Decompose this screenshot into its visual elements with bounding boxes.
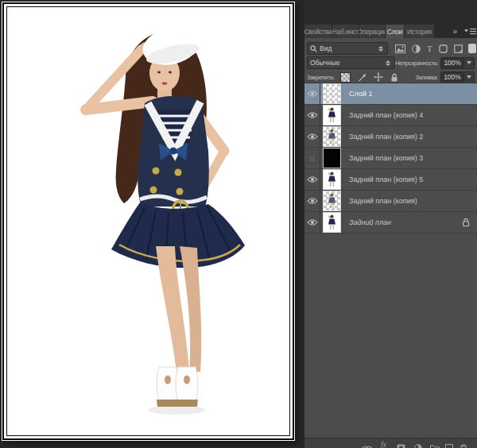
fill-value-field[interactable]: 100%: [440, 71, 464, 83]
canvas-document[interactable]: [2, 2, 295, 441]
blend-row: Обычные Непрозрачность: 100%: [307, 56, 475, 69]
eye-icon: [307, 111, 318, 119]
layer-thumbnail[interactable]: [323, 126, 341, 147]
layer-name: Задний план (копия) 3: [349, 154, 423, 162]
opacity-value: 100%: [444, 59, 461, 67]
panel-tab-label: Наб.инст: [332, 28, 359, 36]
eye-icon: [307, 90, 318, 98]
layer-visibility-toggle[interactable]: [304, 191, 320, 211]
lock-all-icon[interactable]: [390, 73, 398, 82]
eye-icon: [307, 197, 318, 205]
layer-thumbnail[interactable]: [323, 105, 341, 126]
layer-mask-icon[interactable]: [397, 441, 405, 448]
layer-thumbnail[interactable]: [323, 83, 341, 104]
eye-icon: [307, 218, 318, 226]
filter-kind-dropdown[interactable]: Вид: [307, 42, 388, 55]
panel-tab[interactable]: Слои: [386, 25, 404, 38]
dropdown-updown-icon: [378, 46, 383, 52]
layer-visibility-toggle[interactable]: [304, 83, 320, 104]
fill-label: Заливка:: [415, 74, 438, 81]
new-layer-icon[interactable]: [445, 441, 453, 448]
type-layers-filter-icon[interactable]: T: [427, 44, 432, 53]
panel-tab-bar-controls: »: [452, 25, 476, 38]
panel-tab-label: Слои: [387, 28, 402, 36]
panel-tab-label: История: [407, 28, 432, 36]
double-arrow-collapse-icon[interactable]: »: [452, 28, 457, 36]
eye-icon: [307, 133, 318, 141]
layer-name: Задний план (копия) 5: [349, 176, 423, 183]
layer-effects-icon[interactable]: fx: [381, 441, 386, 448]
layer-thumbnail-figure: [324, 106, 340, 125]
filter-type-icons: T: [395, 44, 463, 53]
panel-menu-icon[interactable]: [464, 28, 476, 35]
panel-tab[interactable]: История: [405, 25, 434, 38]
fill-dropdown-arrow[interactable]: [464, 71, 475, 83]
layer-row[interactable]: Задний план (копия) 2: [304, 126, 477, 148]
panel-tab[interactable]: Свойства: [304, 25, 332, 38]
layer-group-icon[interactable]: [430, 441, 440, 448]
layer-row[interactable]: Задний план (копия) 5: [304, 169, 477, 191]
layer-row[interactable]: Задний план: [304, 212, 477, 234]
layer-visibility-toggle[interactable]: [304, 148, 320, 168]
panel-tab[interactable]: Операции: [359, 25, 385, 38]
right-panel-dock: Свойства Наб.инст Операции Слои История …: [304, 0, 477, 448]
layer-filter-row: Вид T: [307, 42, 475, 55]
layer-thumbnail-figure: [324, 213, 340, 232]
lock-transparency-icon[interactable]: [340, 72, 351, 83]
layer-name: Задний план: [349, 218, 391, 226]
filter-toggle-switch[interactable]: [468, 44, 476, 53]
lock-icons: [340, 72, 398, 83]
layer-row[interactable]: Задний план (копия) 4: [304, 105, 477, 126]
canvas-image-sailor-pinup: [8, 8, 289, 434]
layer-name: Задний план (копия): [349, 197, 417, 205]
pixel-layers-filter-icon[interactable]: [395, 44, 405, 53]
layer-visibility-toggle[interactable]: [304, 212, 320, 233]
panel-tab[interactable]: Наб.инст: [332, 25, 359, 38]
shape-layers-filter-icon[interactable]: [439, 44, 448, 53]
layer-visibility-toggle[interactable]: [304, 169, 320, 190]
search-icon: [310, 45, 317, 52]
layer-name: Слой 1: [349, 90, 372, 98]
smart-objects-filter-icon[interactable]: [454, 44, 463, 53]
opacity-dropdown-arrow[interactable]: [464, 57, 475, 69]
opacity-label: Непрозрачность:: [395, 60, 438, 67]
photoshop-workspace: Свойства Наб.инст Операции Слои История …: [0, 0, 477, 448]
layer-name: Задний план (копия) 2: [349, 133, 423, 141]
opacity-value-field[interactable]: 100%: [440, 57, 464, 69]
adjustment-layers-filter-icon[interactable]: [412, 44, 421, 53]
layer-row[interactable]: Задний план (копия) 3: [304, 148, 477, 169]
layer-thumbnail[interactable]: [323, 169, 341, 190]
lock-pixels-icon[interactable]: [358, 73, 366, 82]
link-layers-icon[interactable]: [362, 441, 372, 448]
delete-layer-icon[interactable]: [460, 441, 467, 448]
layers-list: Слой 1 Задний план (копия) 4: [304, 83, 477, 234]
dropdown-updown-icon: [386, 60, 390, 66]
layer-visibility-toggle[interactable]: [304, 105, 320, 126]
visibility-empty-box: [308, 154, 316, 163]
layer-lock-icon: [462, 218, 470, 226]
layer-visibility-toggle[interactable]: [304, 126, 320, 147]
filter-kind-value: Вид: [320, 44, 332, 52]
panel-tab-label: Свойства: [304, 28, 332, 36]
layers-panel: Вид T: [304, 38, 477, 448]
blend-mode-value: Обычные: [310, 59, 340, 67]
layer-thumbnail-figure: [324, 170, 340, 189]
lock-label: Закрепить:: [307, 74, 335, 81]
fill-value: 100%: [444, 73, 461, 81]
layer-thumbnail[interactable]: [323, 212, 341, 233]
layer-thumbnail-figure: [324, 127, 340, 146]
tab-separator: [460, 27, 461, 36]
blend-mode-dropdown[interactable]: Обычные: [307, 56, 395, 69]
eye-icon: [307, 176, 318, 183]
layer-thumbnail[interactable]: [323, 148, 341, 168]
lock-row: Закрепить: Заливка: 100%: [307, 71, 475, 83]
panel-tab-bar: Свойства Наб.инст Операции Слои История: [304, 25, 435, 38]
layers-panel-bottom-bar: fx: [304, 438, 477, 448]
layer-row[interactable]: Задний план (копия): [304, 191, 477, 212]
lock-position-icon[interactable]: [374, 72, 383, 82]
layer-row[interactable]: Слой 1: [304, 83, 477, 105]
layer-thumbnail[interactable]: [323, 191, 341, 211]
layer-thumbnail-figure: [324, 191, 340, 210]
panel-tab-label: Операции: [359, 28, 385, 36]
adjustment-layer-icon[interactable]: [414, 441, 422, 448]
